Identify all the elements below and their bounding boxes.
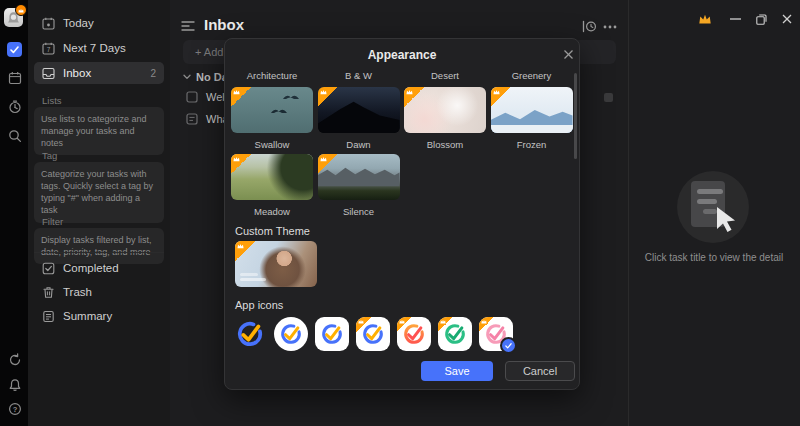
app-icon-sunrise-pro[interactable]: [397, 317, 431, 351]
sidebar-item-label: Trash: [63, 286, 92, 298]
left-rail: ?: [0, 0, 28, 426]
search-icon[interactable]: [7, 128, 22, 143]
theme-thumbnail-frozen[interactable]: [491, 87, 573, 133]
sidebar-item-trash[interactable]: Trash: [34, 281, 164, 303]
theme-label[interactable]: Architecture: [231, 70, 313, 81]
group-chevron-icon[interactable]: [183, 74, 191, 80]
theme-label[interactable]: Silence: [318, 206, 400, 217]
sidebar-divider: [34, 252, 164, 253]
save-button[interactable]: Save: [421, 361, 493, 381]
theme-thumbnail-swallow[interactable]: [231, 87, 313, 133]
sidebar-item-completed[interactable]: Completed: [34, 257, 164, 279]
sync-icon[interactable]: [7, 352, 22, 367]
theme-label[interactable]: Frozen: [491, 139, 573, 150]
app-icon-forest-pro[interactable]: [438, 317, 472, 351]
pro-crown-badge: [404, 87, 424, 107]
page-title: Inbox: [204, 16, 244, 33]
theme-label[interactable]: Blossom: [404, 139, 486, 150]
theme-label[interactable]: Desert: [404, 70, 486, 81]
theme-thumbnail-meadow[interactable]: [231, 154, 313, 200]
app-icon-classic-flat[interactable]: [233, 317, 267, 351]
task-checkbox[interactable]: [186, 91, 198, 103]
custom-theme-heading: Custom Theme: [235, 225, 310, 237]
section-label-lists[interactable]: Lists: [42, 95, 62, 106]
pro-crown-badge: [318, 87, 338, 107]
svg-text:7: 7: [47, 46, 51, 53]
pro-crown-badge: [231, 154, 251, 174]
pro-crown-badge: [318, 154, 338, 174]
theme-label[interactable]: B & W: [318, 70, 400, 81]
close-window-button[interactable]: [780, 12, 794, 26]
sidebar-item-label: Inbox: [63, 67, 91, 79]
sidebar-item-summary[interactable]: Summary: [34, 305, 164, 327]
completed-icon: [42, 262, 55, 275]
avatar[interactable]: [4, 8, 23, 27]
pro-crown-badge: [479, 317, 494, 332]
minimize-button[interactable]: [728, 12, 742, 26]
theme-thumbnail-blossom[interactable]: [404, 87, 486, 133]
cursor-arrow-icon: [717, 207, 735, 232]
progress-clock-icon[interactable]: [582, 20, 597, 33]
app-icon-blue-pro[interactable]: [356, 317, 390, 351]
app-icon-classic-circle[interactable]: [274, 317, 308, 351]
svg-text:?: ?: [12, 404, 17, 413]
theme-thumbnail-silence[interactable]: [318, 154, 400, 200]
sidebar-item-label: Summary: [63, 310, 112, 322]
theme-label[interactable]: Greenery: [491, 70, 573, 81]
trash-icon: [42, 286, 55, 299]
sidebar-item-label: Next 7 Days: [63, 42, 126, 54]
inbox-icon: [42, 67, 55, 80]
summary-icon: [42, 310, 55, 323]
app-icons-heading: App icons: [235, 299, 283, 311]
inbox-count-badge: 2: [150, 68, 156, 79]
help-icon[interactable]: ?: [7, 401, 22, 416]
notifications-icon[interactable]: [7, 377, 22, 392]
sidebar-item-next7days[interactable]: 7 Next 7 Days: [34, 37, 164, 59]
theme-label[interactable]: Meadow: [231, 206, 313, 217]
pro-crown-badge: [356, 317, 371, 332]
pro-crown-badge: [235, 241, 255, 261]
titlebar-premium-crown-icon[interactable]: [698, 12, 712, 26]
pro-crown-badge: [231, 87, 251, 107]
cancel-button[interactable]: Cancel: [505, 361, 575, 381]
sidebar-item-label: Completed: [63, 262, 119, 274]
detail-empty-text: Click task title to view the detail: [628, 252, 800, 263]
sidebar-item-inbox[interactable]: Inbox 2: [34, 62, 164, 84]
theme-thumbnail-custom[interactable]: [235, 241, 317, 287]
app-icon-sakura-pro-selected[interactable]: [479, 317, 513, 351]
nav-pomodoro-icon[interactable]: [7, 99, 22, 114]
pro-crown-badge: [438, 317, 453, 332]
more-options-icon[interactable]: [603, 25, 617, 29]
empty-state-illustration: [677, 171, 749, 243]
theme-thumbnail-dawn[interactable]: [318, 87, 400, 133]
nav-tasks-icon[interactable]: [7, 42, 22, 57]
theme-label[interactable]: Swallow: [231, 139, 313, 150]
section-label-filter[interactable]: Filter: [42, 216, 63, 227]
tag-tip: Categorize your tasks with tags. Quickly…: [34, 162, 164, 223]
sidebar-toggle-icon[interactable]: [181, 20, 195, 32]
sidebar-item-today[interactable]: Today: [34, 12, 164, 34]
dialog-close-icon[interactable]: [563, 49, 574, 60]
sidebar: Today 7 Next 7 Days Inbox 2 Lists Use li…: [28, 0, 170, 426]
dialog-title: Appearance: [225, 48, 579, 62]
group-options-icon[interactable]: [604, 93, 613, 102]
next7days-icon: 7: [42, 42, 55, 55]
sidebar-item-label: Today: [63, 17, 94, 29]
dialog-scrollbar[interactable]: [574, 73, 577, 159]
pro-crown-badge: [397, 317, 412, 332]
pro-crown-badge: [491, 87, 511, 107]
note-icon[interactable]: [186, 113, 198, 125]
premium-badge-icon: [15, 4, 27, 16]
selected-check-badge: [500, 337, 517, 354]
maximize-button[interactable]: [754, 12, 768, 26]
section-label-tag[interactable]: Tag: [42, 150, 57, 161]
app-icon-classic-square[interactable]: [315, 317, 349, 351]
nav-calendar-icon[interactable]: [7, 70, 22, 85]
lists-tip: Use lists to categorize and manage your …: [34, 107, 164, 155]
today-icon: [42, 17, 55, 30]
theme-label[interactable]: Dawn: [318, 139, 400, 150]
appearance-dialog: Appearance Architecture B & W Desert Gre…: [224, 38, 580, 390]
